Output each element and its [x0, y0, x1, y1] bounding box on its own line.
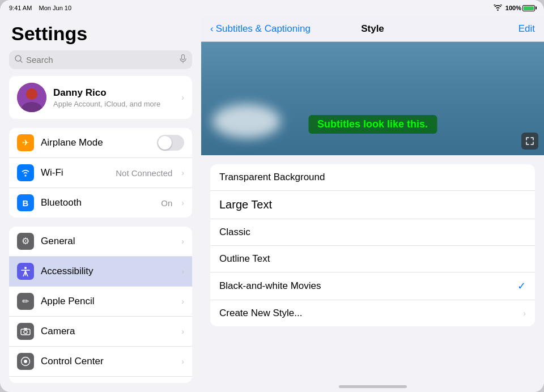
airplane-label: Airplane Mode: [41, 137, 150, 148]
home-indicator-bar: [339, 385, 407, 388]
svg-point-5: [26, 88, 37, 100]
sidebar-item-apple-pencil[interactable]: ✏ Apple Pencil ›: [9, 287, 192, 317]
create-new-label: Create New Style...: [219, 308, 523, 319]
profile-chevron: ›: [181, 93, 184, 102]
wifi-settings-icon: [17, 164, 34, 181]
sidebar-item-wifi[interactable]: Wi-Fi Not Connected ›: [9, 158, 192, 188]
settings-group-1: ✈ Airplane Mode Wi-Fi Not Connected ›: [9, 128, 192, 218]
wifi-label: Wi-Fi: [41, 167, 109, 178]
pencil-chevron: ›: [181, 297, 184, 306]
svg-rect-10: [24, 328, 27, 330]
airplane-icon: ✈: [17, 134, 34, 151]
svg-point-7: [24, 267, 27, 269]
back-chevron-icon: ‹: [210, 23, 214, 35]
general-label: General: [41, 236, 175, 247]
battery-fill: [524, 6, 534, 10]
search-icon: [15, 55, 23, 65]
profile-info: Danny Rico Apple Account, iCloud, and mo…: [53, 87, 175, 108]
profile-name: Danny Rico: [53, 87, 175, 99]
avatar: [17, 83, 46, 112]
camera-chevron: ›: [181, 327, 184, 336]
bw-movies-checkmark: ✓: [517, 280, 526, 292]
svg-point-12: [24, 360, 27, 363]
airplane-toggle[interactable]: [157, 135, 184, 151]
time-display: 9:41 AM: [9, 5, 32, 11]
nav-edit-button[interactable]: Edit: [518, 23, 535, 35]
bluetooth-value: On: [161, 198, 172, 208]
style-option-large-text[interactable]: Large Text: [210, 191, 535, 219]
svg-line-1: [20, 61, 22, 62]
style-list: Transparent Background Large Text Classi…: [201, 155, 544, 381]
nav-title: Style: [361, 23, 384, 35]
nav-back-label: Subtitles & Captioning: [216, 23, 311, 35]
sidebar-item-bluetooth[interactable]: B Bluetooth On ›: [9, 188, 192, 218]
status-bar: 9:41 AM Mon Jun 10 100%: [0, 0, 544, 16]
control-center-chevron: ›: [181, 357, 184, 366]
nav-bar: ‹ Subtitles & Captioning Style Edit: [201, 16, 544, 42]
apple-pencil-icon: ✏: [17, 293, 34, 310]
bluetooth-chevron: ›: [181, 198, 184, 207]
wifi-icon: [494, 5, 502, 12]
style-option-transparent-bg[interactable]: Transparent Background: [210, 164, 535, 191]
device-frame: 9:41 AM Mon Jun 10 100%: [0, 0, 544, 392]
nav-back-button[interactable]: ‹ Subtitles & Captioning: [210, 23, 311, 35]
large-text-label: Large Text: [219, 198, 526, 211]
style-option-bw-movies[interactable]: Black-and-white Movies ✓: [210, 272, 535, 300]
camera-icon: [17, 323, 34, 340]
battery-bar: [522, 5, 535, 11]
sidebar-item-camera[interactable]: Camera ›: [9, 317, 192, 347]
sidebar-title: Settings: [0, 16, 201, 50]
transparent-bg-label: Transparent Background: [219, 172, 526, 183]
accessibility-icon: [17, 263, 34, 280]
date-display: Mon Jun 10: [39, 5, 71, 11]
general-icon: ⚙: [17, 233, 34, 250]
sidebar-item-airplane[interactable]: ✈ Airplane Mode: [9, 128, 192, 158]
classic-label: Classic: [219, 227, 526, 238]
status-indicators: 100%: [494, 5, 535, 12]
accessibility-chevron: ›: [181, 267, 184, 276]
status-time: 9:41 AM Mon Jun 10: [9, 5, 71, 11]
style-options-group: Transparent Background Large Text Classi…: [210, 164, 535, 326]
profile-subtitle: Apple Account, iCloud, and more: [53, 100, 175, 108]
sidebar-item-control-center[interactable]: Control Center ›: [9, 347, 192, 377]
search-bar[interactable]: [9, 50, 192, 69]
style-option-create-new[interactable]: Create New Style... ›: [210, 300, 535, 326]
cloud-decoration: [212, 104, 280, 138]
settings-group-2: ⚙ General › Accessibility › ✏: [9, 227, 192, 383]
create-new-chevron-icon: ›: [523, 309, 526, 318]
control-center-icon: [17, 353, 34, 370]
battery-indicator: 100%: [505, 5, 535, 11]
preview-area: Subtitles look like this.: [201, 42, 544, 155]
bluetooth-icon: B: [17, 194, 34, 211]
bw-movies-label: Black-and-white Movies: [219, 280, 517, 292]
sidebar-item-accessibility[interactable]: Accessibility ›: [9, 257, 192, 287]
profile-row[interactable]: Danny Rico Apple Account, iCloud, and mo…: [9, 76, 192, 119]
fullscreen-button[interactable]: [521, 133, 538, 150]
right-panel: ‹ Subtitles & Captioning Style Edit Subt…: [201, 16, 544, 392]
subtitle-preview: Subtitles look like this.: [308, 115, 437, 134]
bluetooth-label: Bluetooth: [41, 197, 154, 208]
battery-percentage: 100%: [505, 5, 521, 11]
style-option-outline-text[interactable]: Outline Text: [210, 246, 535, 272]
apple-pencil-label: Apple Pencil: [41, 296, 175, 307]
sidebar-item-display[interactable]: Display & Brightness ›: [9, 377, 192, 383]
wifi-value: Not Connected: [116, 168, 172, 178]
control-center-label: Control Center: [41, 356, 175, 367]
sidebar-item-general[interactable]: ⚙ General ›: [9, 227, 192, 257]
general-chevron: ›: [181, 237, 184, 246]
svg-rect-2: [182, 55, 185, 60]
main-layout: Settings: [0, 16, 544, 392]
outline-text-label: Outline Text: [219, 253, 526, 265]
sidebar: Settings: [0, 16, 201, 392]
wifi-chevron: ›: [181, 168, 184, 177]
mic-icon: [180, 54, 186, 65]
accessibility-label: Accessibility: [41, 266, 175, 277]
svg-point-9: [24, 330, 27, 334]
camera-label: Camera: [41, 326, 175, 337]
home-indicator: [201, 381, 544, 392]
style-option-classic[interactable]: Classic: [210, 219, 535, 246]
search-input[interactable]: [26, 55, 176, 65]
